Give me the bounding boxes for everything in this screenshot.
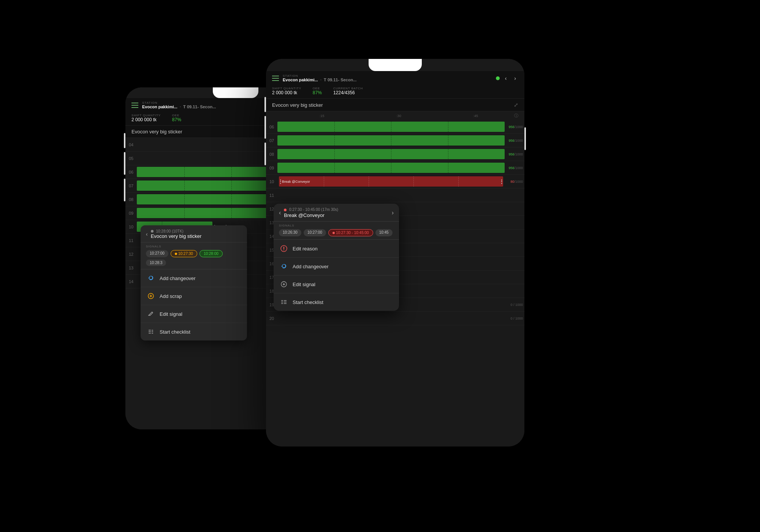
popup-header-back: ‹ 10:28:00 (10TK) Evocon very big sticke…: [141, 225, 247, 242]
refresh-icon-front: [280, 262, 288, 271]
chips-back: 10:27:00 10:27:30 10:28:00 10:28:3: [146, 250, 242, 266]
menu-edit-reason[interactable]: Edit reason: [274, 240, 399, 258]
hamburger-menu-front[interactable]: [272, 76, 279, 81]
shift-qty-label-f: SHIFT QUANTITY: [272, 87, 301, 90]
row-11: 11: [266, 188, 524, 202]
checklist-icon-front: [280, 298, 288, 306]
svg-rect-16: [281, 300, 283, 301]
menu-start-checklist-label-f: Start checklist: [293, 299, 323, 305]
menu-start-checklist-back[interactable]: Start checklist: [141, 323, 247, 340]
menu-add-changeover-back[interactable]: Add changeover: [141, 269, 247, 287]
popup-next[interactable]: ›: [392, 209, 394, 216]
menu-add-scrap-back[interactable]: Add scrap: [141, 287, 247, 305]
svg-rect-5: [149, 331, 151, 332]
chip-10283[interactable]: 10:28:3: [146, 260, 166, 266]
nav-next[interactable]: ›: [512, 74, 518, 82]
menu-add-scrap-label: Add scrap: [160, 293, 182, 299]
product-row-front: Evocon very big sticker ⤢: [266, 99, 524, 111]
notch-back: [213, 87, 258, 98]
row-06: 06 956/1000: [266, 120, 524, 134]
chip-1045f[interactable]: 10:45: [375, 229, 393, 236]
refresh-icon: [147, 274, 155, 282]
station-name-front: Evocon pakkimi... · T 09.11- Secon...: [283, 78, 356, 82]
circle-plus-icon: [147, 292, 155, 300]
product-name-back: Evocon very big sticker: [131, 129, 182, 135]
row-10: 10 Break @Conveyor: [266, 175, 524, 188]
chip-1028[interactable]: 10:28:00: [200, 250, 223, 257]
svg-point-12: [283, 250, 284, 250]
context-popup-back: ‹ 10:28:00 (10TK) Evocon very big sticke…: [141, 225, 247, 340]
menu-edit-signal-back[interactable]: Edit signal: [141, 305, 247, 323]
chip-1027-30[interactable]: 10:27:30: [171, 250, 197, 257]
batch-value: 1224/4356: [333, 90, 363, 95]
info-icon[interactable]: ⓘ: [514, 113, 518, 119]
shift-qty-label: SHIFT QUANTITY: [131, 114, 161, 117]
oee-value: 87%: [172, 117, 181, 122]
svg-rect-4: [149, 330, 151, 331]
station-label: STATION: [142, 101, 216, 104]
popup-front-title: Break @Conveyor: [284, 212, 388, 218]
front-phone: STATION Evocon pakkimi... · T 09.11- Sec…: [266, 59, 524, 446]
signals-section-back: SIGNALS 10:27:00 10:27:30 10:28:00 10:28…: [141, 242, 247, 269]
batch-label: CURRENT BATCH: [333, 87, 363, 90]
tick-45: :45: [473, 114, 478, 118]
chip-1027f[interactable]: 10:27:00: [304, 229, 326, 236]
chip-1027-1045[interactable]: 10:27:30 - 10:45:00: [328, 229, 373, 236]
menu-add-changeover-label: Add changeover: [160, 276, 196, 281]
menu-edit-signal-label-f: Edit signal: [293, 282, 315, 287]
oee-value-f: 87%: [313, 90, 322, 95]
row-09: 09 956/1000: [266, 161, 524, 175]
row-07: 07 956/1000: [266, 134, 524, 147]
popup-front-header: ‹ 0:27:30 - 10:45:00 (17m 30s) Break @Co…: [274, 204, 399, 222]
station-name: Evocon pakkimi... · T 09.11- Secon...: [142, 104, 216, 109]
checklist-icon: [147, 328, 155, 336]
popup-title-back: Evocon very big sticker: [151, 233, 202, 239]
tick-30: :30: [396, 114, 401, 118]
edit-pencil-icon: [147, 310, 155, 318]
menu-edit-signal-front[interactable]: Edit signal: [274, 276, 399, 293]
shift-qty-value-f: 2 000 000 tk: [272, 90, 301, 95]
menu-edit-signal-label: Edit signal: [160, 311, 182, 317]
row-08: 08 956/1000: [266, 147, 524, 161]
signals-section-front: SIGNALS 10:26:30 10:27:00 10:27:30 - 10:…: [274, 222, 399, 240]
tick-15: :15: [320, 114, 325, 118]
row-20: 20 0 / 1000: [266, 312, 524, 325]
status-indicator-front: [496, 76, 500, 80]
chips-front: 10:26:30 10:27:00 10:27:30 - 10:45:00 10…: [279, 229, 394, 236]
svg-rect-6: [149, 333, 151, 334]
menu-start-checklist-front[interactable]: Start checklist: [274, 293, 399, 311]
context-popup-front: ‹ 0:27:30 - 10:45:00 (17m 30s) Break @Co…: [274, 204, 399, 311]
nav-prev[interactable]: ‹: [503, 74, 509, 82]
product-name-front: Evocon very big sticker: [272, 102, 323, 108]
front-app-header: STATION Evocon pakkimi... · T 09.11- Sec…: [266, 71, 524, 84]
svg-rect-18: [281, 303, 283, 304]
chip-1027[interactable]: 10:27:00: [146, 250, 168, 257]
err-icon: [280, 244, 288, 253]
svg-line-3: [152, 312, 153, 313]
chip-1026[interactable]: 10:26:30: [279, 229, 301, 236]
menu-start-checklist-label: Start checklist: [160, 329, 190, 335]
svg-rect-17: [281, 302, 283, 302]
menu-edit-reason-label: Edit reason: [293, 246, 318, 252]
station-label-front: STATION: [283, 74, 356, 78]
popup-back-btn[interactable]: ‹: [146, 231, 148, 237]
bar-break-label: Break @Conveyor: [282, 180, 310, 184]
shift-qty-value: 2 000 000 tk: [131, 117, 161, 122]
hamburger-menu[interactable]: [131, 103, 138, 108]
oee-label: OEE: [172, 114, 181, 117]
stats-row-front: SHIFT QUANTITY 2 000 000 tk OEE 87% CURR…: [266, 84, 524, 99]
menu-add-changeover-front[interactable]: Add changeover: [274, 258, 399, 276]
notch-front: [369, 59, 422, 71]
timeline-header: :15 :30 :45 ⓘ: [266, 111, 524, 120]
edit-pencil-icon-front: [280, 280, 288, 288]
menu-add-changeover-label-f: Add changeover: [293, 264, 329, 269]
external-link-icon[interactable]: ⤢: [514, 102, 518, 108]
oee-label-f: OEE: [313, 87, 322, 90]
